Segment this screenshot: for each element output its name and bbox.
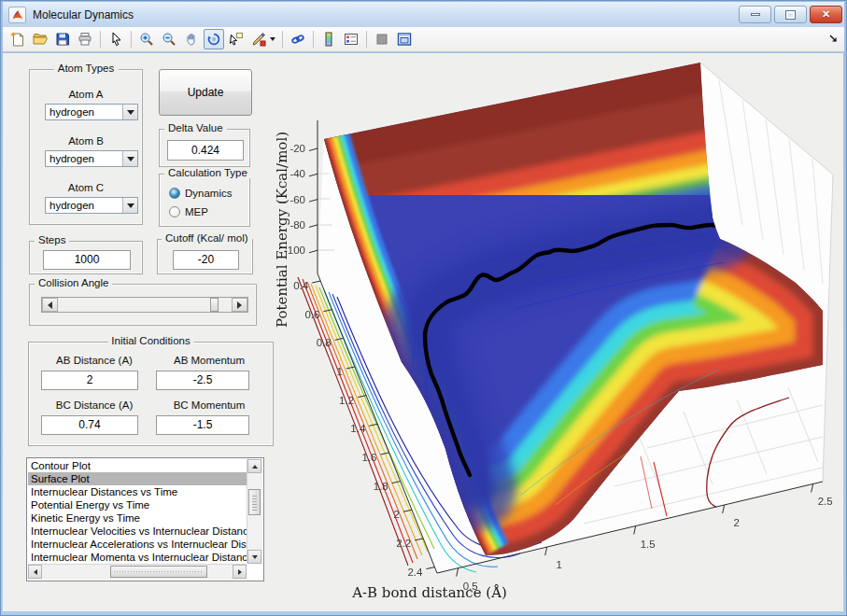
toolbar-overflow-icon[interactable] [828,32,840,49]
tick-label: 2.4 [407,567,423,578]
tick-label: 2.5 [818,496,833,507]
tick-label: 0.6 [304,309,319,320]
bc-momentum-field[interactable]: -1.5 [156,415,249,435]
cutoff-field[interactable]: -20 [173,250,239,270]
toolbar-separator [282,31,283,48]
slider-left-arrow[interactable] [42,298,58,312]
list-item[interactable]: Potential Energy vs Time [28,498,247,511]
steps-field[interactable]: 1000 [43,250,131,270]
tick-label: 1.5 [641,539,656,550]
cutoff-panel: Cutoff (Kcal/ mol) -20 [157,239,253,274]
collision-angle-title: Collision Angle [35,277,112,288]
data-cursor-icon[interactable] [226,29,247,49]
zoom-out-icon[interactable] [159,29,179,49]
close-icon: ✕ [822,9,830,20]
figure-toolbar [3,27,844,52]
listbox-horizontal-scrollbar[interactable] [28,564,247,580]
brush-dropdown-icon[interactable] [270,37,275,41]
matlab-icon [8,7,26,23]
slider-thumb[interactable] [210,298,219,312]
open-file-icon[interactable] [30,29,50,49]
minimize-icon [751,13,760,16]
app-window: Molecular Dynamics ✕ Atom Typ [0,0,847,616]
link-plots-icon[interactable] [288,29,308,49]
scroll-left-icon[interactable] [28,565,42,579]
radio-selected-icon [169,188,180,199]
brush-icon[interactable] [248,29,269,49]
list-item[interactable]: Internuclear Accelerations vs Internucle… [28,538,247,551]
title-bar[interactable]: Molecular Dynamics ✕ [3,2,844,27]
atom-b-label: Atom B [30,135,142,147]
toolbar-separator [313,31,314,48]
update-button[interactable]: Update [159,69,252,116]
list-item[interactable]: Surface Plot [28,472,247,485]
print-icon[interactable] [75,29,95,49]
tick-label: 2 [394,509,400,520]
ab-momentum-field[interactable]: -2.5 [156,371,249,390]
horizontal-scroll-thumb[interactable] [110,566,207,578]
radio-dynamics[interactable]: Dynamics [169,188,232,199]
list-item[interactable]: Internuclear Distances vs Time [28,485,247,498]
save-icon[interactable] [52,29,73,49]
restore-icon [786,11,795,19]
insert-colorbar-icon[interactable] [318,29,339,49]
chevron-down-icon[interactable] [122,105,137,119]
delta-value-field[interactable]: 0.424 [167,140,244,161]
atom-b-select[interactable]: hydrogen [45,150,138,167]
tick-label: 1 [557,559,562,570]
ab-distance-field[interactable]: 2 [41,371,138,390]
window-title: Molecular Dynamics [33,8,134,21]
pointer-icon[interactable] [106,29,126,49]
list-item[interactable]: Internuclear Momenta vs Internuclear Dis… [28,551,247,564]
surface-plot[interactable]: -20-40-60-80-100 0.40.60.811.21.41.61.82… [275,57,836,609]
tick-label: 1.2 [339,395,354,406]
bc-momentum-label: BC Momentum [153,399,265,411]
toolbar-separator [366,31,367,48]
tick-label: -20 [289,143,305,154]
zoom-in-icon[interactable] [136,29,157,49]
radio-unselected-icon [169,206,180,217]
delta-value-title: Delta Value [164,122,227,133]
z-axis-label: Potential Energy (Kcal/mol) [275,132,290,328]
rotate-3d-icon[interactable] [204,29,224,49]
tick-label: 2.2 [396,538,411,549]
scroll-right-icon[interactable] [233,565,247,579]
collision-angle-slider[interactable] [41,297,248,313]
tick-label: -60 [289,194,305,205]
chevron-down-icon[interactable] [122,198,137,213]
plot-type-listbox[interactable]: Contour PlotSurface PlotInternuclear Dis… [26,457,264,581]
tick-label: -40 [289,168,305,179]
list-item[interactable]: Contour Plot [28,459,247,472]
ab-distance-label: AB Distance (A) [38,355,150,366]
x-axis-label: A-B bond distance (Å) [351,584,507,601]
pan-icon[interactable] [181,29,202,49]
scroll-down-icon[interactable] [247,550,261,564]
slider-track[interactable] [58,298,232,312]
radio-mep[interactable]: MEP [169,206,208,217]
ab-momentum-label: AB Momentum [153,355,265,366]
vertical-scroll-thumb[interactable] [248,489,261,515]
scroll-up-icon[interactable] [247,459,261,473]
tick-label: 1.8 [374,481,388,492]
atom-c-label: Atom C [30,182,142,193]
chevron-down-icon[interactable] [122,151,137,166]
restore-button[interactable] [774,6,807,23]
minimize-button[interactable] [739,6,771,23]
cutoff-title: Cutoff (Kcal/ mol) [162,232,252,244]
atom-c-select[interactable]: hydrogen [45,197,138,214]
plot-type-list[interactable]: Contour PlotSurface PlotInternuclear Dis… [28,459,247,564]
show-plot-tools-icon[interactable] [394,29,415,49]
bc-distance-field[interactable]: 0.74 [41,415,138,435]
atom-a-select[interactable]: hydrogen [45,104,138,120]
steps-title: Steps [35,234,69,245]
listbox-vertical-scrollbar[interactable] [247,459,262,564]
slider-right-arrow[interactable] [232,298,247,312]
insert-legend-icon[interactable] [341,29,361,49]
new-file-icon[interactable] [7,29,28,49]
list-item[interactable]: Internuclear Velocities vs Internuclear … [28,525,247,538]
bc-distance-label: BC Distance (A) [38,399,150,411]
close-button[interactable]: ✕ [810,6,842,23]
tick-label: 1.4 [350,423,366,434]
hide-plot-tools-icon[interactable] [372,29,392,49]
list-item[interactable]: Kinetic Energy vs Time [28,511,247,525]
